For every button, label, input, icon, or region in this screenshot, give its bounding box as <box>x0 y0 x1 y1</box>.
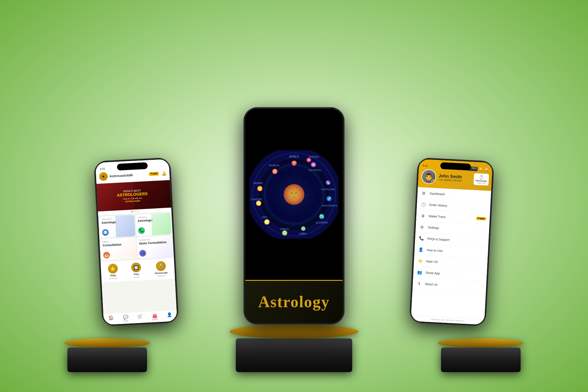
center-phone: ARIES ♈ TAURUS ♉ GEMINI ♊ CANCER ♋ <box>243 107 345 325</box>
zodiac-svg: ARIES ♈ TAURUS ♉ GEMINI ♊ CANCER ♋ <box>250 150 338 239</box>
dot-2 <box>134 211 135 212</box>
notification-icon-right: 🔔 <box>484 167 489 172</box>
svg-text:♒: ♒ <box>311 162 317 168</box>
user-avatar: 👨 📷 <box>421 169 436 184</box>
wallet-trans-icon: 🖥 <box>420 213 426 218</box>
podium-center-base <box>230 325 358 372</box>
podium-left <box>64 338 150 372</box>
nav-chats[interactable]: 💬 Chats <box>118 314 133 323</box>
menu-list: ⊞ Dashboard 🕐 Order History 🖥 Wallet Tra… <box>411 187 491 319</box>
svg-text:LIBRA: LIBRA <box>299 232 307 235</box>
about-us-icon: ℹ <box>416 281 422 286</box>
chat-astrologer-card[interactable]: Chat with a Astrologer 💬 <box>100 215 136 238</box>
vastu-icon: 🔵 <box>139 250 146 257</box>
horoscope-matching-feature[interactable]: 💍 Horoscope Matching <box>154 261 168 277</box>
horoscope-card-sub: Matching <box>475 182 487 184</box>
right-screen-content: 9:41 ₹ 5000 🔔 🔔 👨 📷 John Smith + <box>411 159 492 325</box>
podium-left-base <box>64 338 150 372</box>
left-phone-screen: 9:41 ☀ Astrovastutalk ₹ 5000 🔔 INDIA'S B… <box>95 159 177 325</box>
wallet-trans-badge: ₹ 5000 <box>476 217 486 221</box>
offline-consultation-card[interactable]: Offline Consultation 📅 <box>100 237 137 261</box>
chats-icon: 💬 <box>123 315 128 320</box>
free-kundli-feature[interactable]: 🔲 Free Kundli <box>131 262 142 278</box>
dashboard-label: Dashboard <box>430 192 487 198</box>
bell-icon: 🔔 <box>479 167 484 172</box>
daily-horoscope-feature[interactable]: ⭐ Daily Horoscope <box>108 263 119 280</box>
main-scene: 9:41 ☀ Astrovastutalk ₹ 5000 🔔 INDIA'S B… <box>49 20 539 372</box>
podium-right-body <box>441 348 521 372</box>
svg-text:♎: ♎ <box>301 226 306 231</box>
svg-point-42 <box>291 192 293 194</box>
left-banner: INDIA'S BEST ASTROLOGERS Chat or Call wi… <box>96 180 171 211</box>
podium-center-body <box>236 338 352 372</box>
features-row: ⭐ Daily Horoscope 🔲 Free Kundli 💍 Horosc… <box>100 258 175 282</box>
faq-label: FAQs & Support <box>427 237 485 243</box>
user-info: John Smith +91 85860 230109 <box>438 173 472 183</box>
svg-text:SAGITTARIUS: SAGITTARIUS <box>322 204 337 207</box>
wallet-badge: ₹ 5000 <box>149 172 159 176</box>
how-to-use-label: How to Use <box>427 248 484 254</box>
nav-cart[interactable]: 🛒 <box>133 313 148 322</box>
how-to-use-icon: 👤 <box>418 247 424 252</box>
kundli-label: Free <box>134 273 139 276</box>
vastu-consultation-card[interactable]: Connect for Vastu Consultation 🔵 <box>137 236 173 259</box>
wallet-icon: 👛 <box>152 313 158 318</box>
right-header-icons: ₹ 5000 🔔 🔔 <box>469 167 489 172</box>
chat-card-icon: 💬 <box>102 229 109 236</box>
nav-wallet[interactable]: 👛 Wallet <box>147 312 162 321</box>
podium-center-top <box>230 325 358 338</box>
svg-text:GEMINI: GEMINI <box>253 182 263 185</box>
svg-text:♑: ♑ <box>326 180 331 185</box>
podium-right-top <box>438 338 524 348</box>
daily-sub: Horoscope <box>109 277 118 280</box>
horoscope-matching-icon: 💍 <box>156 261 166 271</box>
app-logo: ☀ <box>99 172 108 181</box>
app-name: Astrovastutalk <box>109 172 147 178</box>
dot-1 <box>131 211 133 212</box>
horoscope-matching-label: Horoscope <box>155 271 168 275</box>
settings-icon: ⚙ <box>419 224 425 230</box>
right-phone: 9:41 ₹ 5000 🔔 🔔 👨 📷 John Smith + <box>409 157 494 326</box>
daily-label: Daily <box>110 274 116 277</box>
zodiac-wheel: ARIES ♈ TAURUS ♉ GEMINI ♊ CANCER ♋ <box>250 150 338 239</box>
about-us-label: About Us <box>425 282 482 288</box>
banner-text: INDIA'S BEST ASTROLOGERS Chat or Call wi… <box>117 188 151 203</box>
bottom-navigation: 🏠 💬 Chats 🛒 👛 Wallet 👤 <box>103 310 177 325</box>
horoscope-ring-icon: 💍 <box>476 175 487 180</box>
zodiac-wheel-area: ARIES ♈ TAURUS ♉ GEMINI ♊ CANCER ♋ <box>245 109 343 280</box>
svg-text:♓: ♓ <box>306 157 311 163</box>
svg-text:CAPRICORN: CAPRICORN <box>321 188 335 191</box>
right-phone-screen: 9:41 ₹ 5000 🔔 🔔 👨 📷 John Smith + <box>411 159 492 325</box>
podium-left-body <box>67 348 147 372</box>
svg-text:♋: ♋ <box>256 200 262 206</box>
horoscope-matching-sub: Matching <box>158 275 165 277</box>
avatar-edit-icon[interactable]: 📷 <box>431 179 435 184</box>
service-grid: Chat with a Astrologer 💬 Call with a Ast… <box>98 212 174 262</box>
svg-text:SCORPIO: SCORPIO <box>316 221 328 224</box>
dot-3 <box>137 211 138 212</box>
horoscope-card[interactable]: 💍 Horoscope Matching <box>473 173 489 186</box>
order-history-label: Order History <box>429 203 487 209</box>
share-app-icon: 👥 <box>417 269 423 275</box>
order-history-icon: 🕐 <box>420 202 426 207</box>
svg-text:LEO: LEO <box>262 216 267 219</box>
profile-icon: 👤 <box>167 312 172 317</box>
astrology-label-area: Astrology <box>245 280 343 323</box>
faq-icon: 📞 <box>419 235 424 241</box>
call-card-icon: 📞 <box>138 227 145 234</box>
chats-label: Chats <box>123 320 129 322</box>
astrology-label: Astrology <box>258 293 330 311</box>
nav-home[interactable]: 🏠 <box>103 314 118 323</box>
svg-text:♏: ♏ <box>319 213 325 219</box>
rate-us-label: Rate US <box>426 259 484 266</box>
left-time: 9:41 <box>100 167 105 171</box>
footer-text: Astroyogi 2021. All rights reserved. <box>431 318 464 322</box>
home-icon: 🏠 <box>108 315 114 320</box>
center-phone-notch <box>277 111 311 119</box>
svg-text:♍: ♍ <box>282 230 288 236</box>
notification-icon[interactable]: 🔔 <box>161 171 167 176</box>
nav-profile[interactable]: 👤 <box>162 311 177 320</box>
free-kundli-icon: 🔲 <box>131 262 141 273</box>
call-astrologer-card[interactable]: Call with a Astrologer 📞 <box>135 213 172 236</box>
svg-text:AQUARIUS: AQUARIUS <box>309 169 321 172</box>
